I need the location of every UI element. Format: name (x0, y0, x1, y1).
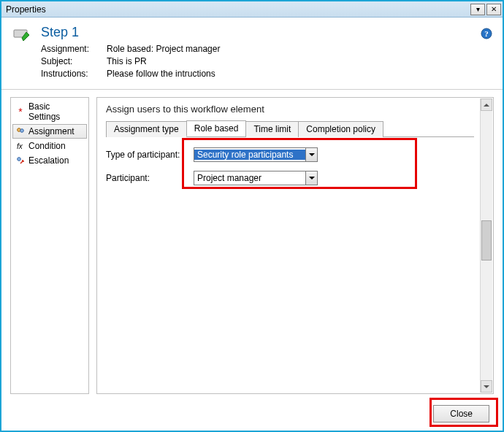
assignment-value: Role based: Project manager (107, 43, 220, 55)
escalation-icon (15, 155, 26, 166)
close-window-button[interactable]: ✕ (486, 4, 501, 15)
people-icon (15, 126, 26, 136)
chevron-down-icon[interactable] (305, 171, 317, 185)
type-of-participant-combo[interactable]: Security role participants (194, 147, 318, 162)
tab-time-limit[interactable]: Time limit (245, 121, 299, 137)
tab-assignment-type[interactable]: Assignment type (106, 121, 187, 137)
close-button[interactable]: Close (433, 405, 489, 423)
scroll-thumb[interactable] (481, 220, 492, 261)
tab-label: Completion policy (306, 124, 375, 134)
window-title: Properties (6, 4, 469, 15)
button-label: Close (450, 409, 473, 419)
footer: Close (1, 397, 503, 431)
subject-row: Subject: This is PR (41, 55, 491, 68)
assignment-label: Assignment: (41, 43, 107, 55)
chevron-down-icon[interactable] (305, 148, 317, 161)
scroll-track[interactable] (481, 111, 492, 380)
instructions-row: Instructions: Please follow the intructi… (41, 68, 491, 80)
asterisk-icon: * (15, 107, 26, 117)
body: * Basic Settings Assignment fx Condition (1, 90, 503, 397)
participant-row: Participant: Project manager (106, 171, 474, 185)
sidebar-item-basic-settings[interactable]: * Basic Settings (12, 99, 87, 124)
sidebar-item-label: Condition (28, 141, 66, 151)
sidebar: * Basic Settings Assignment fx Condition (10, 97, 89, 394)
scroll-up-button[interactable] (481, 99, 492, 111)
type-of-participant-label: Type of participant: (106, 150, 194, 160)
sidebar-item-escalation[interactable]: Escalation (12, 153, 87, 168)
titlebar: Properties ▾ ✕ (1, 1, 503, 18)
scroll-down-button[interactable] (481, 380, 492, 393)
svg-text:*: * (18, 107, 23, 116)
vertical-scrollbar[interactable] (480, 99, 492, 393)
fx-icon: fx (15, 141, 26, 151)
main-panel: Assign users to this workflow element As… (96, 97, 494, 394)
help-icon[interactable]: ? (481, 28, 492, 39)
dropdown-button[interactable]: ▾ (470, 4, 485, 15)
sidebar-item-label: Basic Settings (28, 101, 84, 122)
type-of-participant-row: Type of participant: Security role parti… (106, 147, 474, 162)
participant-label: Participant: (106, 173, 194, 183)
subject-value: This is PR (107, 55, 147, 68)
tab-role-based[interactable]: Role based (186, 120, 247, 136)
subject-label: Subject: (41, 55, 107, 68)
svg-point-7 (18, 158, 21, 161)
tabstrip: Assignment type Role based Time limit Co… (106, 120, 474, 137)
sidebar-item-condition[interactable]: fx Condition (12, 139, 87, 153)
tab-completion-policy[interactable]: Completion policy (298, 121, 383, 137)
properties-window: Properties ▾ ✕ Step 1 Assignment: Role b… (0, 0, 504, 432)
participant-combo[interactable]: Project manager (194, 171, 318, 185)
sidebar-item-label: Assignment (28, 126, 75, 136)
svg-point-5 (20, 129, 24, 133)
tab-label: Time limit (253, 124, 291, 134)
sidebar-item-assignment[interactable]: Assignment (12, 124, 87, 139)
instructions-label: Instructions: (41, 68, 107, 80)
combo-value: Project manager (194, 173, 305, 183)
tab-label: Role based (194, 123, 239, 134)
instructions-value: Please follow the intructions (107, 68, 215, 80)
step-icon (13, 28, 32, 42)
combo-value: Security role participants (194, 150, 305, 160)
svg-text:fx: fx (17, 142, 23, 150)
step-title: Step 1 (41, 25, 491, 40)
header: Step 1 Assignment: Role based: Project m… (1, 18, 503, 90)
assignment-row: Assignment: Role based: Project manager (41, 43, 491, 55)
sidebar-item-label: Escalation (28, 155, 69, 166)
section-title: Assign users to this workflow element (106, 104, 474, 115)
tab-label: Assignment type (114, 124, 179, 134)
svg-text:?: ? (484, 29, 489, 38)
